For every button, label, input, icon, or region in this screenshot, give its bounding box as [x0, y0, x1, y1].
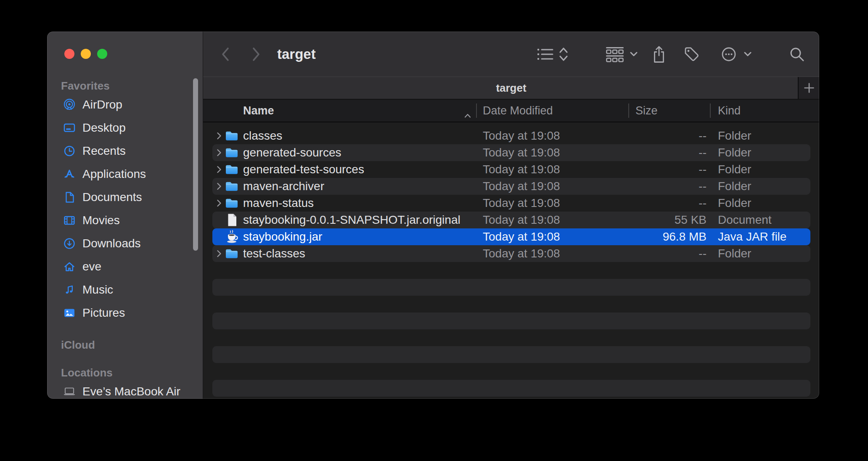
- tag-button[interactable]: [683, 45, 701, 64]
- file-row-test-classes[interactable]: test-classes Today at 19:08 -- Folder: [203, 245, 819, 262]
- ellipsis-circle-icon: [721, 45, 736, 64]
- file-row-staybooking-0-0-1-snapshot-jar-original[interactable]: staybooking-0.0.1-SNAPSHOT.jar.original …: [203, 212, 819, 228]
- file-list-body: classes Today at 19:08 -- Folder generat…: [203, 122, 819, 399]
- more-options-button[interactable]: [721, 45, 736, 64]
- empty-row: [203, 279, 819, 296]
- file-size: 55 KB: [632, 212, 707, 228]
- empty-row: [203, 397, 819, 399]
- pictures-icon: [63, 306, 76, 320]
- empty-row: [203, 296, 819, 313]
- file-row-maven-archiver[interactable]: maven-archiver Today at 19:08 -- Folder: [203, 178, 819, 195]
- desktop-icon: [63, 121, 76, 135]
- file-size: --: [632, 161, 707, 178]
- forward-button[interactable]: [251, 46, 262, 63]
- file-name: classes: [243, 127, 282, 144]
- sidebar-item-eve-s-macbook-air[interactable]: Eve’s MacBook Air: [47, 380, 203, 399]
- more-options-chevron[interactable]: [744, 51, 752, 57]
- sidebar-item-airdrop[interactable]: AirDrop: [47, 93, 203, 116]
- folder-icon: [224, 145, 239, 160]
- tab-target[interactable]: target: [496, 82, 526, 95]
- file-date-modified: Today at 19:08: [483, 212, 560, 228]
- sidebar-item-movies[interactable]: Movies: [47, 209, 203, 232]
- file-row-classes[interactable]: classes Today at 19:08 -- Folder: [203, 127, 819, 144]
- group-by-chevron[interactable]: [630, 51, 638, 57]
- sidebar-item-label: Music: [82, 283, 113, 297]
- downloads-icon: [63, 237, 76, 250]
- empty-row: [203, 262, 819, 279]
- jar-icon: [224, 229, 239, 244]
- sidebar-item-label: Pictures: [82, 306, 125, 320]
- empty-row: [203, 363, 819, 380]
- file-kind: Java JAR file: [718, 228, 786, 245]
- sidebar-item-downloads[interactable]: Downloads: [47, 232, 203, 255]
- folder-icon: [224, 162, 239, 177]
- search-icon: [789, 46, 805, 63]
- column-header-name[interactable]: Name: [243, 100, 274, 122]
- column-separator[interactable]: [476, 103, 477, 118]
- minimize-button[interactable]: [81, 49, 91, 59]
- document-icon: [224, 212, 239, 228]
- new-tab-button[interactable]: [798, 77, 819, 99]
- file-size: --: [632, 144, 707, 161]
- search-button[interactable]: [789, 46, 805, 63]
- music-icon: [63, 283, 76, 297]
- file-date-modified: Today at 19:08: [483, 195, 560, 212]
- disclosure-chevron-icon[interactable]: [217, 149, 222, 158]
- file-kind: Folder: [718, 127, 751, 144]
- file-name: test-classes: [243, 245, 305, 262]
- sidebar-item-pictures[interactable]: Pictures: [47, 301, 203, 324]
- file-kind: Folder: [718, 178, 751, 195]
- empty-row: [203, 380, 819, 397]
- tag-icon: [683, 45, 701, 64]
- zoom-button[interactable]: [97, 49, 107, 59]
- applications-icon: [63, 167, 76, 181]
- column-separator[interactable]: [710, 103, 711, 118]
- file-size: 96.8 MB: [632, 228, 707, 245]
- folder-icon: [224, 196, 239, 211]
- column-header-kind[interactable]: Kind: [718, 100, 741, 122]
- close-button[interactable]: [64, 49, 74, 59]
- sidebar-item-desktop[interactable]: Desktop: [47, 116, 203, 139]
- empty-row: [203, 346, 819, 363]
- sidebar: Favorites AirDrop Desktop Recents Applic…: [47, 32, 203, 399]
- file-name: maven-archiver: [243, 178, 324, 195]
- group-by-icon: [605, 46, 625, 63]
- disclosure-chevron-icon[interactable]: [217, 250, 222, 259]
- file-kind: Folder: [718, 144, 751, 161]
- column-header-size[interactable]: Size: [635, 100, 658, 122]
- file-name: staybooking-0.0.1-SNAPSHOT.jar.original: [243, 212, 460, 228]
- chevron-down-icon: [630, 51, 638, 57]
- file-date-modified: Today at 19:08: [483, 245, 560, 262]
- file-name: generated-sources: [243, 144, 341, 161]
- sidebar-item-label: AirDrop: [82, 98, 122, 111]
- window-title: target: [277, 46, 316, 62]
- column-separator[interactable]: [628, 103, 629, 118]
- disclosure-chevron-icon[interactable]: [217, 183, 222, 192]
- sidebar-item-recents[interactable]: Recents: [47, 139, 203, 162]
- sidebar-item-label: eve: [82, 260, 101, 273]
- share-button[interactable]: [651, 45, 667, 64]
- disclosure-chevron-icon[interactable]: [217, 132, 222, 141]
- sort-direction-button[interactable]: [558, 46, 569, 63]
- file-size: --: [632, 178, 707, 195]
- file-row-generated-sources[interactable]: generated-sources Today at 19:08 -- Fold…: [203, 144, 819, 161]
- view-list-button[interactable]: [537, 47, 555, 62]
- folder-icon: [224, 246, 239, 261]
- sidebar-item-documents[interactable]: Documents: [47, 185, 203, 209]
- disclosure-chevron-icon[interactable]: [217, 199, 222, 209]
- file-date-modified: Today at 19:08: [483, 161, 560, 178]
- column-header-date-modified[interactable]: Date Modified: [483, 100, 553, 122]
- file-row-staybooking-jar[interactable]: staybooking.jar Today at 19:08 96.8 MB J…: [203, 228, 819, 245]
- sidebar-scrollbar[interactable]: [193, 78, 198, 251]
- back-button[interactable]: [220, 46, 231, 63]
- group-by-button[interactable]: [605, 46, 625, 63]
- sidebar-item-eve[interactable]: eve: [47, 255, 203, 278]
- disclosure-chevron-icon[interactable]: [217, 166, 222, 175]
- file-row-generated-test-sources[interactable]: generated-test-sources Today at 19:08 --…: [203, 161, 819, 178]
- sidebar-item-music[interactable]: Music: [47, 278, 203, 301]
- plus-icon: [803, 82, 815, 94]
- sidebar-item-applications[interactable]: Applications: [47, 162, 203, 185]
- chevron-down-icon: [744, 51, 752, 57]
- share-icon: [651, 45, 667, 64]
- file-row-maven-status[interactable]: maven-status Today at 19:08 -- Folder: [203, 195, 819, 212]
